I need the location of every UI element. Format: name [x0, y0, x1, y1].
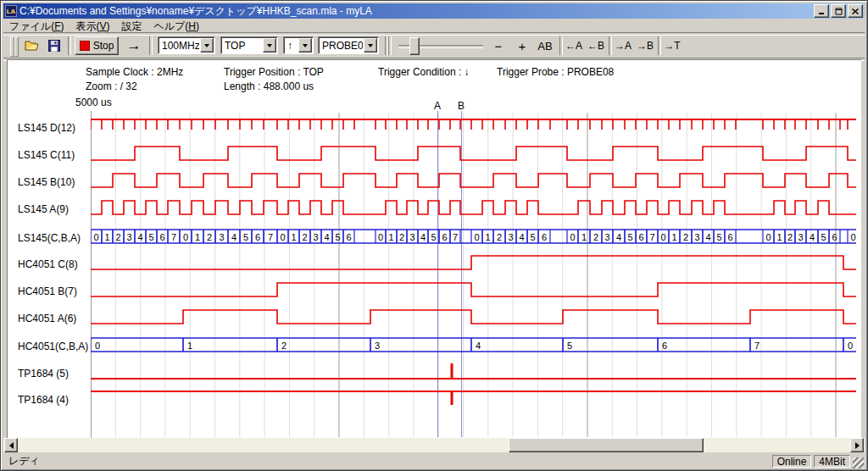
marker-b-label: B	[458, 100, 465, 112]
wave-channel-2	[91, 174, 856, 187]
wave-channel-1	[91, 147, 856, 160]
info-trigger-probe: Trigger Probe : PROBE08	[497, 66, 614, 78]
zoom-out-button[interactable]: −	[488, 36, 509, 55]
close-icon	[852, 8, 859, 14]
maximize-button[interactable]	[831, 4, 846, 18]
svg-text:2: 2	[115, 232, 120, 242]
goto-marker-b-button[interactable]: ←B	[585, 36, 607, 55]
svg-text:1: 1	[187, 341, 192, 351]
svg-text:3: 3	[604, 232, 609, 242]
channel-label-column: LS145 D(12)LS145 C(11)LS145 B(10)LS145 A…	[8, 1, 91, 439]
svg-text:7: 7	[453, 232, 458, 242]
run-arrow-icon: →	[127, 37, 142, 54]
svg-text:0: 0	[378, 232, 383, 242]
svg-text:4: 4	[476, 341, 481, 351]
channel-label-10: TP1684 (4)	[18, 394, 69, 406]
channel-label-6: HC4051 B(7)	[18, 285, 77, 297]
svg-text:1: 1	[581, 232, 587, 242]
svg-text:6: 6	[727, 232, 732, 242]
svg-text:0: 0	[95, 341, 100, 351]
svg-text:7: 7	[649, 232, 654, 242]
svg-text:3: 3	[313, 232, 318, 242]
svg-text:6: 6	[542, 232, 547, 242]
svg-text:4: 4	[616, 232, 621, 242]
run-button[interactable]: →	[122, 36, 146, 55]
channel-label-0: LS145 D(12)	[18, 122, 75, 134]
channel-label-4: LS145(C,B,A)	[18, 232, 81, 244]
grid	[91, 113, 836, 437]
wave-channel-5	[91, 256, 856, 269]
scroll-left-button[interactable]	[4, 438, 18, 452]
info-trigger-position: Trigger Position : TOP	[224, 66, 324, 78]
svg-text:6: 6	[638, 232, 643, 242]
set-marker-b-button[interactable]: →B	[634, 36, 656, 55]
title-bar[interactable]: LA C:¥Documents and Settings¥noname¥デスクト…	[3, 3, 865, 19]
svg-text:1: 1	[776, 232, 782, 242]
svg-text:3: 3	[219, 232, 224, 242]
channel-label-9: TP1684 (5)	[18, 368, 69, 380]
close-button[interactable]	[848, 4, 863, 18]
trigger-edge-select[interactable]: ↑	[283, 36, 314, 54]
marker-a-label: A	[434, 100, 441, 112]
dropdown-arrow-icon[interactable]	[263, 38, 276, 53]
status-bar: レディ Online 4MBit	[3, 454, 865, 468]
status-ready: レディ	[3, 454, 772, 468]
probe-select[interactable]: PROBE00	[318, 36, 379, 54]
clock-select[interactable]: 100MHz	[158, 36, 215, 54]
status-online: Online	[772, 455, 812, 468]
zoom-ab-button[interactable]: AB	[534, 36, 556, 55]
window-title: C:¥Documents and Settings¥noname¥デスクトップ¥…	[19, 4, 814, 19]
svg-text:4: 4	[137, 232, 142, 242]
svg-text:0: 0	[660, 232, 665, 242]
zoom-slider-thumb[interactable]	[409, 37, 420, 55]
goto-marker-a-button[interactable]: ←A	[563, 36, 585, 55]
svg-text:5: 5	[821, 232, 826, 242]
svg-text:2: 2	[593, 232, 598, 242]
svg-text:0: 0	[183, 232, 188, 242]
svg-text:4: 4	[231, 232, 236, 242]
channel-label-5: HC4051 C(8)	[18, 258, 78, 270]
dropdown-arrow-icon[interactable]	[200, 38, 214, 53]
svg-text:0: 0	[93, 232, 98, 242]
svg-text:5: 5	[530, 232, 535, 242]
goto-trigger-button[interactable]: →T	[661, 36, 683, 55]
wave-channel-6	[91, 283, 856, 296]
dropdown-arrow-icon[interactable]	[364, 38, 377, 53]
horizontal-scrollbar[interactable]	[3, 438, 865, 452]
svg-text:6: 6	[442, 232, 447, 242]
svg-text:1: 1	[104, 232, 109, 242]
svg-text:5: 5	[335, 232, 340, 242]
waveform-svg: AB01234567012345670123456012345670123456…	[91, 100, 856, 438]
separator	[149, 36, 153, 55]
svg-text:3: 3	[126, 232, 131, 242]
scrollbar-thumb[interactable]	[509, 438, 704, 452]
svg-text:7: 7	[754, 341, 760, 351]
svg-text:0: 0	[474, 232, 479, 242]
wave-channel-10	[91, 391, 856, 405]
zoom-in-button[interactable]: +	[512, 36, 532, 55]
svg-text:7: 7	[171, 232, 176, 242]
channel-label-1: LS145 C(11)	[18, 149, 75, 161]
trigger-position-select[interactable]: TOP	[220, 36, 278, 54]
svg-text:6: 6	[255, 232, 260, 242]
svg-text:5: 5	[243, 232, 248, 242]
set-marker-a-button[interactable]: →A	[612, 36, 634, 55]
svg-text:2: 2	[302, 232, 307, 242]
minimize-icon	[818, 8, 825, 14]
wave-channel-3	[91, 201, 856, 214]
svg-text:2: 2	[207, 232, 212, 242]
minimize-button[interactable]	[814, 4, 829, 18]
wave-channel-9	[91, 363, 856, 379]
scroll-right-button[interactable]	[850, 438, 864, 452]
svg-text:0: 0	[570, 232, 575, 242]
resize-grip[interactable]	[853, 457, 864, 468]
channel-label-8: HC4051(C,B,A)	[18, 341, 88, 352]
scroll-left-icon	[9, 442, 14, 449]
channel-label-2: LS145 B(10)	[18, 176, 75, 188]
svg-text:1: 1	[195, 232, 200, 242]
dropdown-arrow-icon[interactable]	[298, 38, 312, 53]
svg-text:2: 2	[683, 232, 688, 242]
info-length: Length : 488.000 us	[224, 80, 314, 92]
wave-channel-8: 012345670	[91, 338, 856, 352]
svg-text:4: 4	[324, 232, 329, 242]
